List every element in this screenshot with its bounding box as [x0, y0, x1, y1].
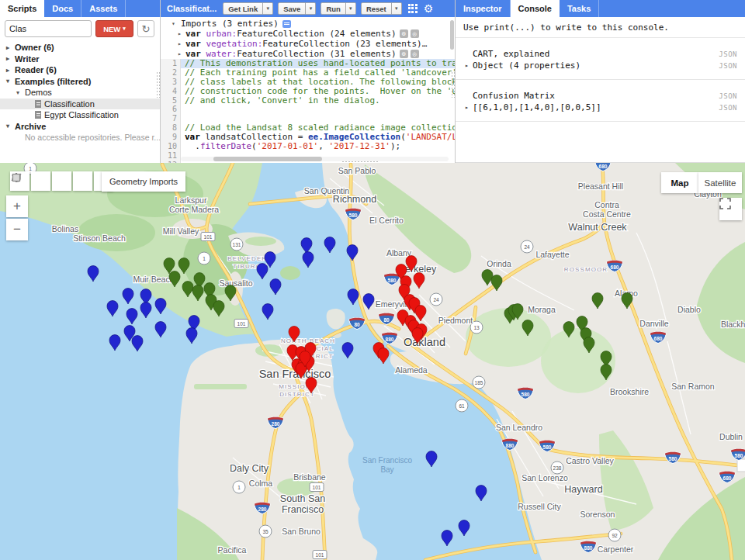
code-line-3[interactable]: 3// class labels at that location. The f…	[161, 78, 455, 87]
expand-caret-icon[interactable]: ▸	[465, 104, 473, 111]
imports-header[interactable]: ▾ Imports (3 entries)	[161, 19, 455, 29]
panel-resize-handle[interactable]	[156, 71, 160, 98]
line-tool-button[interactable]	[52, 171, 71, 191]
expand-caret-icon[interactable]: ▸	[178, 30, 185, 37]
map-label-francisco: Francisco	[282, 504, 324, 515]
get-link-dropdown-button[interactable]: ▾	[263, 2, 273, 15]
tree-item-archive[interactable]: ▾Archive	[0, 121, 160, 133]
tab-tasks[interactable]: Tasks	[560, 0, 599, 17]
layer-settings-icon[interactable]: ⚙	[400, 29, 408, 38]
get-link-button[interactable]: Get Link	[223, 2, 263, 15]
map-label-moraga: Moraga	[528, 305, 556, 314]
apps-grid-icon[interactable]	[408, 4, 418, 14]
code-line-1[interactable]: 1// This demonstration uses hand-located…	[161, 59, 455, 68]
map-label-hayward: Hayward	[564, 484, 602, 495]
code-line-6[interactable]: 6	[161, 105, 455, 114]
tree-item-reader-6-[interactable]: ▸Reader (6)	[0, 64, 160, 76]
tree-caret-icon[interactable]: ▾	[16, 89, 25, 96]
tree-item-no-accessible-repositori[interactable]: No accessible repositories. Please r...	[0, 132, 160, 143]
tree-item-examples-filtered-[interactable]: ▾Examples (filtered)	[0, 76, 160, 88]
new-script-button[interactable]: NEW ▾	[95, 20, 133, 37]
satellite-type-button[interactable]: Satellite	[698, 172, 742, 193]
tab-assets[interactable]: Assets	[81, 0, 126, 17]
code-line-4[interactable]: 4// construction code for the points. Ho…	[161, 87, 455, 96]
map-label-san-ramon: San Ramon	[671, 382, 715, 391]
run-button[interactable]: Run	[321, 2, 345, 15]
svg-text:131: 131	[233, 242, 241, 247]
cutoff-label-box	[737, 459, 745, 472]
line-number: 2	[161, 68, 181, 78]
tab-console[interactable]: Console	[511, 0, 560, 17]
tree-item-label: Examples (filtered)	[15, 77, 91, 86]
horizontal-scrollbar[interactable]	[181, 157, 449, 161]
gear-icon[interactable]: ⚙	[424, 3, 434, 14]
json-tag[interactable]: JSON	[719, 62, 737, 70]
tree-item-classification[interactable]: Classification	[0, 99, 160, 110]
svg-text:280: 280	[258, 506, 267, 512]
zoom-to-layer-icon[interactable]: ◎	[411, 29, 419, 38]
tree-caret-icon[interactable]: ▸	[6, 44, 15, 51]
code-line-5[interactable]: 5// and click, 'Convert' in the dialog.	[161, 96, 455, 105]
script-filter-input[interactable]	[5, 20, 92, 37]
import-row-urban[interactable]: ▸var urban: FeatureCollection (24 elemen…	[161, 29, 455, 39]
tab-inspector[interactable]: Inspector	[456, 0, 511, 17]
expand-caret-icon[interactable]: ▸	[465, 62, 473, 69]
imports-doc-icon[interactable]	[282, 20, 291, 28]
polygon-tool-button[interactable]	[73, 171, 92, 191]
code-line-8[interactable]: 8// Load the Landsat 8 scaled radiance i…	[161, 123, 455, 133]
tab-docs[interactable]: Docs	[44, 0, 81, 17]
map-label-orinda: Orinda	[487, 259, 511, 268]
tree-item-owner-6-[interactable]: ▸Owner (6)	[0, 42, 160, 54]
tree-caret-icon[interactable]: ▾	[6, 123, 15, 130]
map-label-brookshire: Brookshire	[610, 387, 649, 396]
map-type-button[interactable]: Map	[661, 172, 698, 193]
expand-caret-icon[interactable]: ▸	[178, 50, 185, 57]
reset-dropdown-button[interactable]: ▾	[392, 2, 402, 15]
editor-tab-label[interactable]: Classificat...	[167, 4, 217, 13]
console-row: Confusion MatrixJSON	[465, 90, 737, 102]
map-canvas[interactable]: 5805808080880880880580580580580680680680…	[0, 163, 745, 560]
vertical-scrollbar[interactable]	[450, 20, 454, 50]
tree-caret-icon[interactable]: ▾	[6, 78, 15, 85]
json-tag[interactable]: JSON	[719, 104, 737, 112]
save-button[interactable]: Save	[278, 2, 306, 15]
code-line-2[interactable]: 2// Each training point has a field call…	[161, 68, 455, 78]
earth-engine-code-editor: { "colors": { "header_blue": "#4b83ea", …	[0, 0, 745, 560]
tree-item-writer[interactable]: ▸Writer	[0, 54, 160, 65]
point-tool-button[interactable]	[31, 171, 50, 191]
layer-settings-icon[interactable]: ⚙	[400, 50, 408, 58]
svg-text:1: 1	[237, 485, 241, 490]
expand-caret-icon[interactable]: ▸	[178, 40, 185, 47]
import-row-water[interactable]: ▸var water: FeatureCollection (31 elemen…	[161, 49, 455, 59]
json-tag[interactable]: JSON	[719, 50, 737, 58]
scrollbar-thumb[interactable]	[213, 157, 322, 161]
line-number: 4	[161, 87, 181, 96]
svg-text:880: 880	[584, 545, 593, 551]
save-dropdown-button[interactable]: ▾	[306, 2, 316, 15]
map-label-costa-centre: Costa Centre	[583, 209, 631, 219]
map-label-mill-valley: Mill Valley	[163, 226, 199, 236]
zoom-out-button[interactable]: −	[6, 219, 28, 240]
map-water-label: San Francisco	[362, 456, 412, 465]
json-tag[interactable]: JSON	[719, 92, 737, 100]
map-label-contra: Contra	[594, 200, 619, 209]
panel-resize-handle[interactable]	[451, 71, 455, 98]
run-dropdown-button[interactable]: ▾	[346, 2, 356, 15]
tree-caret-icon[interactable]: ▸	[6, 55, 15, 62]
geometry-imports-button[interactable]: Geometry Imports	[102, 171, 185, 192]
code-line-9[interactable]: 9var landsatCollection = ee.ImageCollect…	[161, 133, 455, 142]
fullscreen-button[interactable]	[719, 198, 742, 220]
tree-item-egypt-classification[interactable]: Egypt Classification	[0, 109, 160, 121]
reset-button[interactable]: Reset	[361, 2, 392, 15]
tab-scripts[interactable]: Scripts	[0, 0, 44, 17]
map-label-muir-beach: Muir Beach	[133, 275, 174, 284]
zoom-to-layer-icon[interactable]: ◎	[411, 50, 419, 58]
code-line-7[interactable]: 7	[161, 114, 455, 123]
code-area[interactable]: 1// This demonstration uses hand-located…	[161, 59, 455, 163]
zoom-in-button[interactable]: +	[6, 195, 28, 217]
tree-item-demos[interactable]: ▾Demos	[0, 87, 160, 99]
tree-caret-icon[interactable]: ▸	[6, 67, 15, 74]
code-line-10[interactable]: 10 .filterDate('2017-01-01', '2017-12-31…	[161, 142, 455, 151]
import-row-vegetation[interactable]: ▸var vegetation: FeatureCollection (23 e…	[161, 39, 455, 49]
refresh-button[interactable]: ↻	[137, 20, 154, 37]
